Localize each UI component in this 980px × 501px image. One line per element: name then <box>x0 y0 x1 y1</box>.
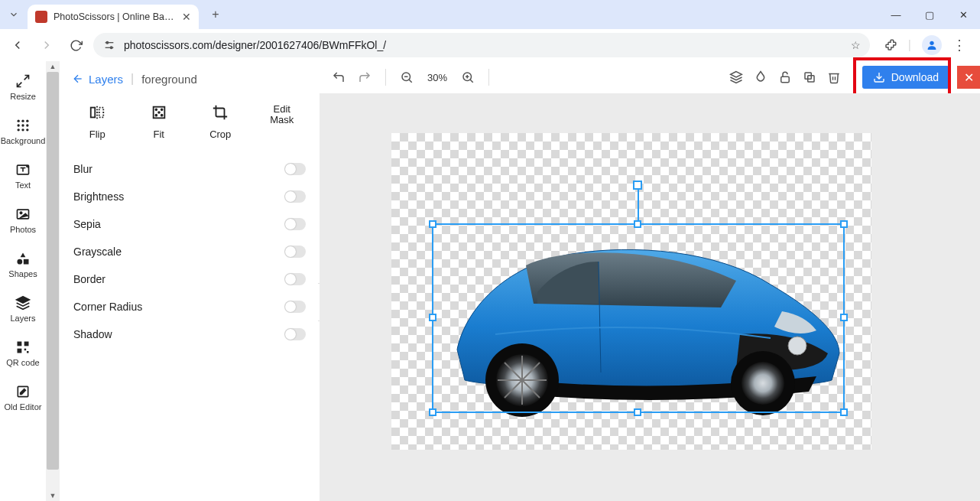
selection-box[interactable] <box>432 223 845 413</box>
zoom-in-button[interactable] <box>459 69 476 86</box>
opt-label: Shadow <box>73 328 112 340</box>
unlock-button[interactable] <box>777 69 793 86</box>
delete-button[interactable] <box>826 69 842 86</box>
handle-nw[interactable] <box>429 220 436 228</box>
svg-marker-50 <box>730 72 741 78</box>
crop-tool[interactable]: Crop <box>201 104 240 140</box>
rail-background[interactable]: Background <box>2 113 44 150</box>
opt-grayscale[interactable]: Grayscale <box>72 238 307 265</box>
handle-w[interactable] <box>429 314 436 321</box>
handle-ne[interactable] <box>840 220 848 228</box>
opt-shadow[interactable]: Shadow <box>72 320 307 348</box>
undo-button[interactable] <box>330 69 347 86</box>
rail-layers[interactable]: Layers <box>2 291 44 327</box>
rail-old-editor[interactable]: Old Editor <box>2 379 44 416</box>
canvas-area: 30% Download ✕ <box>320 61 980 501</box>
new-tab-button[interactable]: + <box>205 4 226 25</box>
svg-point-38 <box>155 109 157 110</box>
panel-breadcrumb: Layers | foreground <box>72 72 307 93</box>
back-label: Layers <box>89 73 123 86</box>
back-button[interactable] <box>6 34 29 57</box>
canvas-toolbar: 30% Download ✕ <box>320 61 980 93</box>
tab-search-dropdown[interactable] <box>5 5 23 24</box>
opt-brightness[interactable]: Brightness <box>72 183 307 210</box>
handle-se[interactable] <box>840 408 848 416</box>
browser-tab-strip: PhotoScissors | Online Backgro ✕ + — ▢ ✕ <box>0 0 980 29</box>
download-icon <box>873 71 885 83</box>
toggle[interactable] <box>284 190 306 203</box>
opt-sepia[interactable]: Sepia <box>72 210 307 238</box>
tool-label: Crop <box>209 129 231 140</box>
toggle[interactable] <box>284 163 306 175</box>
chrome-menu-icon[interactable]: ⋮ <box>952 37 966 54</box>
edit-mask-tool[interactable]: Edit Mask <box>263 104 302 140</box>
flip-icon <box>89 104 105 121</box>
rail-text[interactable]: Text <box>2 158 44 194</box>
scroll-thumb[interactable] <box>47 72 59 470</box>
close-download-button[interactable]: ✕ <box>957 66 980 89</box>
rail-photos[interactable]: Photos <box>2 202 44 239</box>
site-settings-icon[interactable] <box>102 38 116 52</box>
svg-point-2 <box>106 41 109 44</box>
handle-s[interactable] <box>634 408 641 416</box>
scroll-up-icon[interactable]: ▲ <box>46 61 60 72</box>
window-close-button[interactable]: ✕ <box>946 0 980 29</box>
browser-toolbar: photoscissors.com/designer/2001627406/BW… <box>0 29 980 61</box>
toggle[interactable] <box>284 273 306 285</box>
forward-button[interactable] <box>35 34 58 57</box>
layers-icon <box>15 295 31 311</box>
rail-resize[interactable]: Resize <box>2 69 44 106</box>
fit-tool[interactable]: Fit <box>140 104 179 140</box>
address-bar[interactable]: photoscissors.com/designer/2001627406/BW… <box>93 33 870 57</box>
redo-button[interactable] <box>356 69 373 86</box>
rail-label: Layers <box>10 314 35 323</box>
rotate-handle[interactable] <box>633 181 642 190</box>
grid-icon <box>15 118 31 133</box>
download-button[interactable]: Download <box>862 66 949 89</box>
flip-tool[interactable]: Flip <box>78 104 117 140</box>
browser-tab[interactable]: PhotoScissors | Online Backgro ✕ <box>28 5 199 29</box>
download-label: Download <box>891 71 939 83</box>
rail-shapes[interactable]: Shapes <box>2 246 44 283</box>
droplet-button[interactable] <box>752 69 769 86</box>
rail-label: Background <box>1 136 46 145</box>
svg-point-42 <box>158 112 160 113</box>
opt-corner-radius[interactable]: Corner Radius <box>72 293 307 320</box>
svg-point-41 <box>161 115 163 116</box>
opt-border[interactable]: Border <box>72 265 307 293</box>
toggle[interactable] <box>284 328 306 340</box>
svg-rect-29 <box>18 349 22 353</box>
canvas-viewport[interactable] <box>320 93 980 501</box>
svg-rect-31 <box>27 351 29 353</box>
profile-avatar-icon[interactable] <box>922 35 942 55</box>
zoom-out-button[interactable] <box>398 69 415 86</box>
back-to-layers-link[interactable]: Layers <box>72 73 123 86</box>
layers-button[interactable] <box>728 69 745 86</box>
left-rail: Resize Background Text Photos Shapes Lay… <box>0 61 46 501</box>
handle-sw[interactable] <box>429 408 436 416</box>
reload-button[interactable] <box>64 34 87 57</box>
rotate-line <box>638 188 639 225</box>
handle-e[interactable] <box>840 314 848 321</box>
left-rail-scrollbar[interactable]: ▲ ▼ <box>46 61 60 501</box>
toggle[interactable] <box>284 218 306 230</box>
opt-label: Grayscale <box>73 246 122 258</box>
extensions-icon[interactable] <box>884 38 897 52</box>
svg-point-7 <box>18 120 20 122</box>
svg-point-4 <box>930 41 933 45</box>
toggle[interactable] <box>284 301 306 313</box>
opt-blur[interactable]: Blur <box>72 155 307 183</box>
rail-label: Shapes <box>8 269 37 278</box>
window-minimize-button[interactable]: — <box>879 0 913 29</box>
toggle[interactable] <box>284 246 306 258</box>
scroll-down-icon[interactable]: ▼ <box>46 490 60 501</box>
window-maximize-button[interactable]: ▢ <box>913 0 946 29</box>
svg-point-15 <box>26 129 28 131</box>
duplicate-button[interactable] <box>801 69 818 86</box>
handle-n[interactable] <box>634 220 641 228</box>
svg-rect-30 <box>24 349 27 351</box>
tab-close-icon[interactable]: ✕ <box>182 11 191 23</box>
bookmark-star-icon[interactable]: ☆ <box>851 39 861 51</box>
rail-qrcode[interactable]: QR code <box>2 335 44 372</box>
rail-label: Old Editor <box>5 402 42 412</box>
